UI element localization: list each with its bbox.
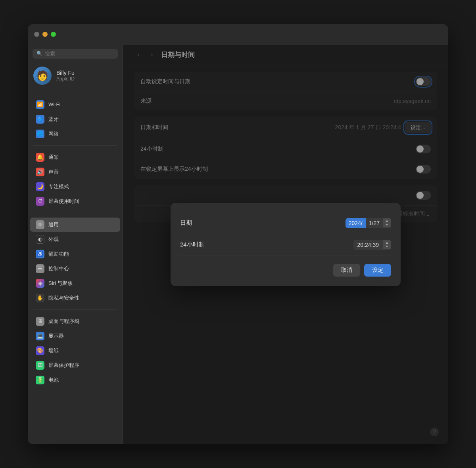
sidebar-divider-3 (33, 213, 117, 213)
appearance-icon: ◐ (36, 235, 44, 244)
sidebar-label-general: 通用 (48, 221, 59, 228)
modal-overlay: 日期 2024/ 1/27 ▲ ▼ (123, 45, 448, 444)
date-stepper[interactable]: ▲ ▼ (383, 218, 391, 227)
notification-icon: 🔔 (36, 153, 44, 162)
sidebar-divider-4 (33, 309, 117, 310)
sidebar-label-siri: Siri 与聚焦 (48, 280, 73, 287)
bluetooth-icon: 🔷 (36, 115, 44, 124)
desktop-icon: 🖥 (36, 317, 44, 326)
titlebar (28, 24, 448, 45)
search-input[interactable] (45, 51, 114, 57)
close-button[interactable] (34, 32, 39, 37)
privacy-icon: ✋ (36, 294, 44, 302)
sidebar-label-desktop: 桌面与程序坞 (48, 318, 79, 325)
modal-date-field: 2024/ 1/27 ▲ ▼ (345, 218, 391, 228)
sidebar-label-screensaver: 屏幕保护程序 (48, 362, 79, 369)
sidebar-item-screensaver[interactable]: 🖼 屏幕保护程序 (30, 358, 120, 372)
avatar: 🧑 (33, 67, 52, 85)
sidebar-divider-1 (33, 93, 117, 93)
confirm-button[interactable]: 设定 (364, 264, 391, 277)
modal-date-label: 日期 (180, 219, 192, 227)
cancel-button[interactable]: 取消 (333, 264, 360, 277)
sidebar-label-privacy: 隐私与安全性 (48, 294, 79, 302)
focus-icon: 🌙 (36, 182, 44, 191)
sound-icon: 🔊 (36, 168, 44, 176)
user-subtitle: Apple ID (56, 76, 75, 82)
user-name: Billy Fu (56, 70, 75, 76)
sidebar-label-focus: 专注模式 (48, 183, 69, 190)
modal-time-row: 24小时制 20:24:39 ▲ ▼ (180, 234, 391, 256)
sidebar-item-wallpaper[interactable]: 🎨 墙纸 (30, 344, 120, 358)
time-input-group[interactable]: 20:24:39 ▲ ▼ (353, 240, 391, 250)
minimize-button[interactable] (42, 32, 48, 37)
sidebar-item-siri[interactable]: ◉ Siri 与聚焦 (30, 276, 120, 290)
sidebar-item-screentime[interactable]: ⏱ 屏幕使用时间 (30, 194, 120, 208)
sidebar-divider-2 (33, 145, 117, 146)
maximize-button[interactable] (51, 32, 56, 37)
sidebar-label-battery: 电池 (48, 376, 59, 384)
siri-icon: ◉ (36, 279, 44, 288)
general-icon: ⚙ (36, 220, 44, 229)
sidebar-label-display: 显示器 (48, 332, 64, 340)
sidebar-label-control: 控制中心 (48, 265, 69, 272)
sidebar-item-wifi[interactable]: 📶 Wi-Fi (30, 97, 120, 112)
sidebar-label-network: 网络 (48, 130, 59, 138)
screensaver-icon: 🖼 (36, 361, 44, 370)
date-input-group[interactable]: 2024/ 1/27 ▲ ▼ (345, 218, 391, 228)
sidebar-section-notifications: 🔔 通知 🔊 声音 🌙 专注模式 ⏱ 屏幕使用时间 (28, 148, 123, 210)
sidebar-item-control[interactable]: ☰ 控制中心 (30, 262, 120, 276)
main-content: 🔍 🧑 Billy Fu Apple ID 📶 Wi-Fi (28, 45, 448, 444)
sidebar-item-bluetooth[interactable]: 🔷 蓝牙 (30, 112, 120, 126)
accessibility-icon: ♿ (36, 250, 44, 258)
display-icon: 💻 (36, 332, 44, 340)
sidebar-item-network[interactable]: 🌐 网络 (30, 127, 120, 141)
modal-buttons: 取消 设定 (180, 264, 391, 277)
user-profile[interactable]: 🧑 Billy Fu Apple ID (28, 63, 123, 90)
modal-date-row: 日期 2024/ 1/27 ▲ ▼ (180, 212, 391, 234)
sidebar-label-screentime: 屏幕使用时间 (48, 198, 79, 205)
sidebar-label-accessibility: 辅助功能 (48, 250, 69, 258)
sidebar-label-bluetooth: 蓝牙 (48, 116, 59, 123)
time-stepper-down-icon: ▼ (385, 245, 389, 248)
traffic-lights (34, 32, 56, 37)
date-time-modal: 日期 2024/ 1/27 ▲ ▼ (171, 203, 401, 286)
sidebar-item-general[interactable]: ⚙ 通用 (30, 218, 120, 232)
content-area: ‹ › 日期与时间 自动设定时间与日期 (123, 45, 448, 444)
stepper-up-icon: ▲ (385, 219, 389, 223)
sidebar-section-network: 📶 Wi-Fi 🔷 蓝牙 🌐 网络 (28, 96, 123, 143)
network-icon: 🌐 (36, 130, 44, 138)
sidebar-item-privacy[interactable]: ✋ 隐私与安全性 (30, 291, 120, 305)
sidebar-label-wallpaper: 墙纸 (48, 347, 59, 354)
date-day-value: 1/27 (366, 218, 383, 228)
sidebar-label-appearance: 外观 (48, 236, 59, 243)
wifi-icon: 📶 (36, 100, 44, 109)
sidebar-item-desktop[interactable]: 🖥 桌面与程序坞 (30, 314, 120, 329)
sidebar-item-notification[interactable]: 🔔 通知 (30, 150, 120, 164)
search-icon: 🔍 (36, 51, 42, 56)
sidebar-item-display[interactable]: 💻 显示器 (30, 329, 120, 343)
sidebar-label-notification: 通知 (48, 154, 59, 161)
sidebar-item-focus[interactable]: 🌙 专注模式 (30, 180, 120, 194)
sidebar-item-sound[interactable]: 🔊 声音 (30, 165, 120, 179)
time-stepper-up-icon: ▲ (385, 241, 389, 245)
sidebar-item-battery[interactable]: 🔋 电池 (30, 373, 120, 387)
modal-time-field: 20:24:39 ▲ ▼ (353, 240, 391, 250)
sidebar-section-system: ⚙ 通用 ◐ 外观 ♿ 辅助功能 ☰ 控制中心 ◉ Siri 与聚焦 (28, 216, 123, 307)
sidebar: 🔍 🧑 Billy Fu Apple ID 📶 Wi-Fi (28, 45, 123, 444)
sidebar-item-accessibility[interactable]: ♿ 辅助功能 (30, 247, 120, 261)
modal-time-label: 24小时制 (180, 241, 205, 248)
control-icon: ☰ (36, 264, 44, 273)
date-year-value: 2024/ (345, 218, 366, 228)
time-stepper[interactable]: ▲ ▼ (383, 240, 391, 249)
sidebar-section-display: 🖥 桌面与程序坞 💻 显示器 🎨 墙纸 🖼 屏幕保护程序 🔋 电池 (28, 312, 123, 389)
screentime-icon: ⏱ (36, 197, 44, 206)
sidebar-label-sound: 声音 (48, 168, 59, 176)
sidebar-label-wifi: Wi-Fi (48, 101, 60, 107)
time-value: 20:24:39 (353, 240, 383, 250)
wallpaper-icon: 🎨 (36, 346, 44, 355)
battery-icon: 🔋 (36, 376, 44, 384)
user-info: Billy Fu Apple ID (56, 70, 75, 82)
sidebar-item-appearance[interactable]: ◐ 外观 (30, 232, 120, 246)
stepper-down-icon: ▼ (385, 223, 389, 227)
search-bar[interactable]: 🔍 (33, 49, 118, 59)
